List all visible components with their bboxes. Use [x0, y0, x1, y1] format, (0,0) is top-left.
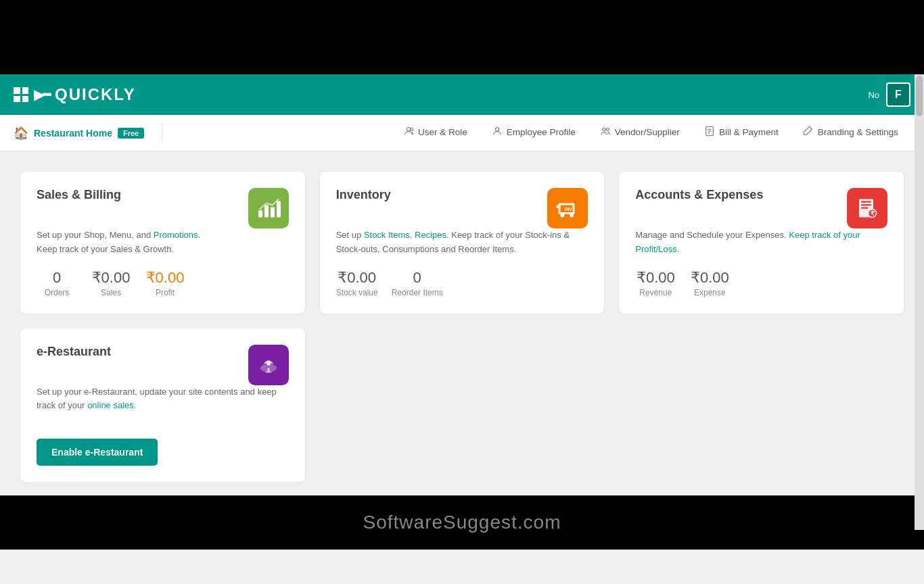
card-sales-billing: Sales & Billing Set up your Shop, Menu, …: [20, 172, 305, 314]
nav-divider: [162, 123, 162, 143]
stat-profit: ₹0.00 Profit: [145, 269, 185, 297]
expense-value: ₹0.00: [691, 269, 729, 287]
svg-text:INV: INV: [565, 207, 573, 212]
nav-label-vendor-supplier: Vendor/Supplier: [615, 127, 680, 137]
svg-rect-22: [861, 208, 869, 209]
logo-text: QUICKLY: [55, 85, 136, 104]
card-desc-sales: Set up your Shop, Menu, and Promotions.K…: [37, 228, 289, 257]
revenue-value: ₹0.00: [637, 269, 675, 287]
nav-item-vendor-supplier[interactable]: Vendor/Supplier: [588, 115, 692, 151]
svg-rect-10: [264, 205, 269, 218]
svg-rect-28: [265, 371, 271, 372]
card-stats-accounts: ₹0.00 Revenue ₹0.00 Expense: [635, 269, 887, 297]
vendor-icon: [600, 126, 611, 139]
svg-point-1: [411, 128, 413, 130]
nav-label-employee-profile: Employee Profile: [507, 127, 576, 137]
branding-icon: [803, 126, 814, 139]
grid-icon: [14, 87, 28, 102]
card-desc-erest: Set up your e-Restaurant, update your si…: [37, 385, 289, 414]
user-role-icon: [403, 126, 414, 139]
navbar: 🏠 Restaurant Home Free User & Role Emplo…: [0, 115, 924, 151]
reorder-label: Reorder Items: [392, 288, 443, 297]
svg-point-4: [606, 128, 609, 130]
empty-col-2: [320, 328, 605, 483]
avatar[interactable]: F: [886, 82, 910, 107]
inventory-icon: INV: [547, 188, 588, 228]
erest-icon: [248, 345, 289, 385]
promotions-link[interactable]: Promotions.: [154, 230, 200, 240]
top-black-bar: [0, 0, 924, 74]
stat-stock-value: ₹0.00 Stock value: [336, 269, 378, 297]
card-accounts: Accounts & Expenses ₹ Manage and Schedul…: [619, 172, 904, 314]
stock-value-label: Stock value: [336, 288, 378, 297]
orders-value: 0: [53, 269, 61, 287]
card-header-accounts: Accounts & Expenses ₹: [635, 188, 887, 228]
logo-arrow: ▶━: [34, 87, 49, 103]
card-header-erest: e-Restaurant: [37, 345, 289, 385]
svg-point-0: [407, 127, 410, 130]
orders-label: Orders: [45, 288, 70, 297]
scrollbar[interactable]: [915, 74, 924, 530]
header-left: ▶━ QUICKLY: [14, 85, 136, 104]
stat-revenue: ₹0.00 Revenue: [635, 269, 676, 297]
watermark-suffix: .com: [517, 512, 561, 533]
free-badge: Free: [118, 128, 144, 139]
app-header: ▶━ QUICKLY No F: [0, 74, 924, 115]
sales-value: ₹0.00: [92, 269, 131, 287]
home-icon: 🏠: [14, 126, 28, 141]
nav-home-label: Restaurant Home: [34, 128, 112, 139]
watermark-text: SoftwareSuggest: [363, 512, 517, 533]
stat-expense: ₹0.00 Expense: [689, 269, 730, 297]
watermark: SoftwareSuggest.com: [363, 512, 561, 533]
nav-restaurant-home[interactable]: 🏠 Restaurant Home Free: [14, 126, 155, 141]
scrollbar-thumb[interactable]: [916, 76, 923, 116]
svg-rect-21: [861, 204, 871, 205]
card-header-inventory: Inventory INV: [336, 188, 588, 228]
svg-text:₹: ₹: [870, 210, 874, 217]
bottom-bar: SoftwareSuggest.com: [0, 495, 924, 550]
user-label: No: [868, 90, 879, 100]
svg-point-15: [561, 214, 565, 218]
profit-label: Profit: [156, 288, 175, 297]
svg-point-2: [495, 127, 499, 130]
card-inventory: Inventory INV Set up Stock Items, Recipe…: [320, 172, 605, 314]
card-erestaurant: e-Restaurant Set up your e-Restaurant, u…: [20, 328, 305, 483]
card-stats-inventory: ₹0.00 Stock value 0 Reorder Items: [336, 269, 588, 297]
nav-item-bill-payment[interactable]: Bill & Payment: [692, 115, 791, 151]
employee-icon: [492, 126, 503, 139]
stat-reorder: 0 Reorder Items: [392, 269, 443, 297]
profit-value: ₹0.00: [146, 269, 185, 287]
stat-orders: 0 Orders: [37, 269, 77, 297]
card-title-inventory: Inventory: [336, 188, 391, 202]
svg-point-26: [267, 362, 270, 366]
revenue-label: Revenue: [639, 288, 672, 297]
header-right: No F: [868, 82, 910, 107]
nav-item-user-role[interactable]: User & Role: [391, 115, 480, 151]
svg-rect-20: [861, 201, 871, 203]
svg-rect-9: [258, 210, 262, 218]
bill-icon: [704, 126, 715, 139]
card-stats-sales: 0 Orders ₹0.00 Sales ₹0.00 Profit: [37, 269, 289, 297]
enable-erestaurant-button[interactable]: Enable e-Restaurant: [37, 439, 158, 466]
nav-items: User & Role Employee Profile Vendor/Supp…: [169, 115, 910, 151]
sales-icon: [248, 188, 289, 228]
card-desc-inventory: Set up Stock Items, Recipes. Keep track …: [336, 228, 588, 257]
svg-point-16: [570, 214, 574, 218]
card-title-accounts: Accounts & Expenses: [635, 188, 763, 202]
svg-point-3: [603, 128, 605, 130]
accounts-icon: ₹: [847, 188, 887, 228]
reorder-value: 0: [413, 269, 421, 287]
card-title-erest: e-Restaurant: [37, 345, 111, 359]
cards-row-top: Sales & Billing Set up your Shop, Menu, …: [20, 172, 904, 314]
nav-label-user-role: User & Role: [418, 127, 467, 137]
sales-label: Sales: [101, 288, 121, 297]
main-content: Sales & Billing Set up your Shop, Menu, …: [0, 151, 924, 495]
cards-row-bottom: e-Restaurant Set up your e-Restaurant, u…: [20, 328, 904, 483]
app-logo[interactable]: ▶━ QUICKLY: [14, 85, 136, 104]
nav-item-branding-settings[interactable]: Branding & Settings: [791, 115, 910, 151]
expense-label: Expense: [694, 288, 726, 297]
svg-rect-12: [277, 201, 281, 218]
card-header-sales: Sales & Billing: [37, 188, 289, 228]
card-title-sales: Sales & Billing: [37, 188, 121, 202]
nav-item-employee-profile[interactable]: Employee Profile: [480, 115, 588, 151]
